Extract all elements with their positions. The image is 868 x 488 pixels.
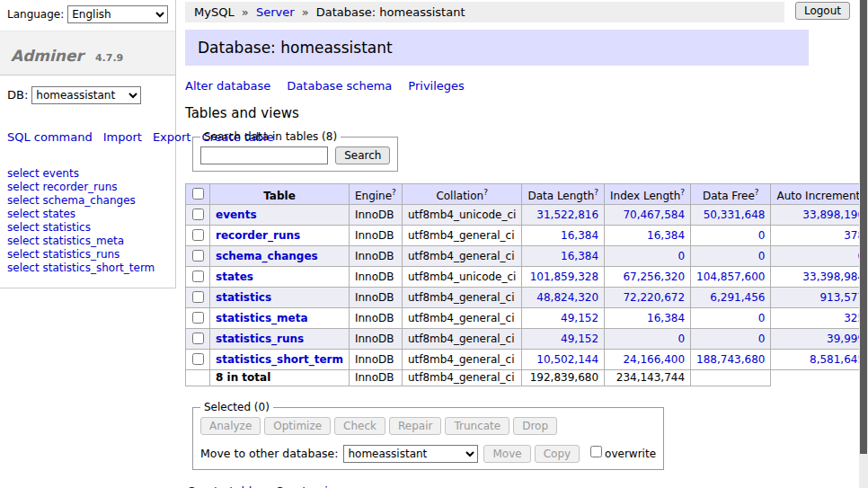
bulk-action-button[interactable]: Check: [334, 417, 385, 435]
auto-increment-link[interactable]: 8,581,645: [771, 350, 868, 370]
create-link[interactable]: Create view: [275, 484, 344, 488]
data-length-link[interactable]: 49,152: [522, 329, 605, 350]
data-length-link[interactable]: 31,522,816: [522, 205, 605, 226]
table-link[interactable]: statistics_runs: [216, 333, 304, 345]
search-button[interactable]: Search: [335, 146, 390, 164]
data-free-link[interactable]: 0: [691, 329, 771, 350]
database-link[interactable]: Database schema: [287, 79, 392, 93]
index-length-link[interactable]: 72,220,672: [605, 288, 691, 308]
bulk-action-button[interactable]: Repair: [389, 417, 441, 435]
row-checkbox[interactable]: [192, 291, 204, 303]
table-link[interactable]: statistics: [216, 291, 271, 304]
bulk-action-button[interactable]: Optimize: [264, 417, 331, 435]
copy-button[interactable]: Copy: [535, 445, 580, 463]
auto-increment-link[interactable]: 33,898,196: [771, 205, 868, 226]
database-link[interactable]: Alter database: [185, 79, 270, 93]
index-length-link[interactable]: 16,384: [605, 226, 691, 246]
auto-increment-link[interactable]: 325: [771, 308, 868, 329]
auto-increment-link[interactable]: 913,577: [771, 288, 868, 308]
table-link[interactable]: statistics_short_term: [216, 353, 343, 366]
data-free-link[interactable]: 0: [691, 246, 771, 267]
bulk-action-button[interactable]: Analyze: [200, 417, 261, 435]
doc-hint-link[interactable]: ?: [755, 188, 759, 197]
row-checkbox[interactable]: [192, 250, 204, 262]
data-free-link[interactable]: 104,857,600: [691, 267, 771, 288]
index-length-link[interactable]: 16,384: [605, 308, 691, 329]
bulk-action-button[interactable]: Drop: [513, 417, 557, 435]
auto-increment-link[interactable]: 33,398,984: [771, 267, 868, 288]
doc-hint-link[interactable]: ?: [392, 188, 396, 197]
sidebar-select-table-link[interactable]: select statistics_meta: [7, 235, 168, 247]
data-free-link[interactable]: 50,331,648: [691, 205, 771, 226]
row-checkbox[interactable]: [192, 353, 204, 365]
table-link[interactable]: states: [216, 271, 253, 283]
logout-button[interactable]: Logout: [795, 2, 850, 20]
row-checkbox[interactable]: [192, 333, 204, 344]
adminer-logo-link[interactable]: Adminer: [11, 47, 84, 65]
sidebar: Language:English Adminer 4.7.9 DB:homeas…: [0, 0, 176, 288]
table-link[interactable]: statistics_meta: [216, 312, 308, 324]
sidebar-select-table-link[interactable]: select statistics_short_term: [7, 262, 168, 274]
data-length-link[interactable]: 16,384: [522, 226, 605, 246]
row-checkbox[interactable]: [192, 229, 204, 241]
column-header[interactable]: Index Length?: [605, 184, 691, 205]
language-select[interactable]: English: [67, 5, 168, 23]
doc-hint-link[interactable]: ?: [483, 188, 488, 197]
sidebar-select-table-link[interactable]: select states: [7, 208, 168, 220]
index-length-link[interactable]: 0: [605, 246, 691, 267]
move-db-select[interactable]: homeassistant: [343, 445, 478, 463]
create-link[interactable]: Create table: [187, 484, 259, 488]
table-row: schema_changes InnoDB utf8mb4_general_ci…: [186, 246, 868, 267]
table-row: statistics_runs InnoDB utf8mb4_general_c…: [186, 329, 868, 350]
db-select[interactable]: homeassistant: [31, 86, 141, 104]
column-header[interactable]: Data Free?: [691, 184, 771, 205]
data-length-link[interactable]: 16,384: [522, 246, 605, 267]
index-length-link[interactable]: 67,256,320: [605, 267, 691, 288]
index-length-link[interactable]: 70,467,584: [605, 205, 691, 226]
sidebar-select-table-link[interactable]: select recorder_runs: [7, 181, 168, 193]
sidebar-select-table-link[interactable]: select statistics_runs: [7, 248, 168, 261]
doc-hint-link[interactable]: ?: [680, 188, 685, 197]
row-checkbox[interactable]: [192, 312, 204, 324]
search-input[interactable]: [200, 146, 328, 164]
select-all-checkbox[interactable]: [192, 188, 204, 200]
sidebar-select-table-link[interactable]: select schema_changes: [7, 194, 168, 207]
row-checkbox[interactable]: [192, 209, 204, 220]
data-length-link[interactable]: 101,859,328: [522, 267, 605, 288]
column-header[interactable]: Engine?: [349, 184, 402, 205]
data-free-link[interactable]: 6,291,456: [691, 288, 771, 308]
column-header[interactable]: Table: [210, 184, 350, 205]
auto-increment-link[interactable]: 6: [771, 246, 868, 267]
column-header-label: Data Length: [527, 190, 594, 202]
total-empty-cell: [186, 370, 210, 386]
doc-hint-link[interactable]: ?: [594, 188, 598, 197]
column-header[interactable]: Data Length?: [522, 184, 605, 205]
data-free-link[interactable]: 0: [691, 226, 771, 246]
index-length-link[interactable]: 24,166,400: [605, 350, 691, 370]
data-length-link[interactable]: 10,502,144: [522, 350, 605, 370]
sidebar-select-table-link[interactable]: select statistics: [7, 221, 168, 234]
column-header[interactable]: Collation?: [402, 184, 522, 205]
index-length-link[interactable]: 0: [605, 329, 691, 350]
sidebar-select-table-link[interactable]: select events: [7, 167, 168, 180]
scrollbar-thumb[interactable]: [860, 0, 867, 454]
vertical-scrollbar[interactable]: [859, 0, 868, 488]
database-link[interactable]: Privileges: [408, 79, 465, 93]
auto-increment-link[interactable]: 39,999: [771, 329, 868, 350]
breadcrumb-server-link[interactable]: Server: [256, 5, 295, 19]
sidebar-action-link[interactable]: SQL command: [7, 130, 93, 144]
table-link[interactable]: schema_changes: [216, 250, 318, 262]
data-free-link[interactable]: 0: [691, 308, 771, 329]
auto-increment-link[interactable]: 378: [771, 226, 868, 246]
data-free-link[interactable]: 188,743,680: [691, 350, 771, 370]
row-checkbox[interactable]: [192, 271, 204, 282]
data-length-link[interactable]: 48,824,320: [522, 288, 605, 308]
bulk-action-button[interactable]: Truncate: [445, 417, 509, 435]
move-button[interactable]: Move: [483, 445, 530, 463]
column-header[interactable]: Auto Increment?: [771, 184, 868, 205]
table-link[interactable]: recorder_runs: [216, 229, 300, 242]
overwrite-checkbox[interactable]: [590, 446, 602, 457]
data-length-link[interactable]: 49,152: [522, 308, 605, 329]
table-link[interactable]: events: [216, 209, 257, 221]
sidebar-action-link[interactable]: Import: [103, 130, 142, 144]
